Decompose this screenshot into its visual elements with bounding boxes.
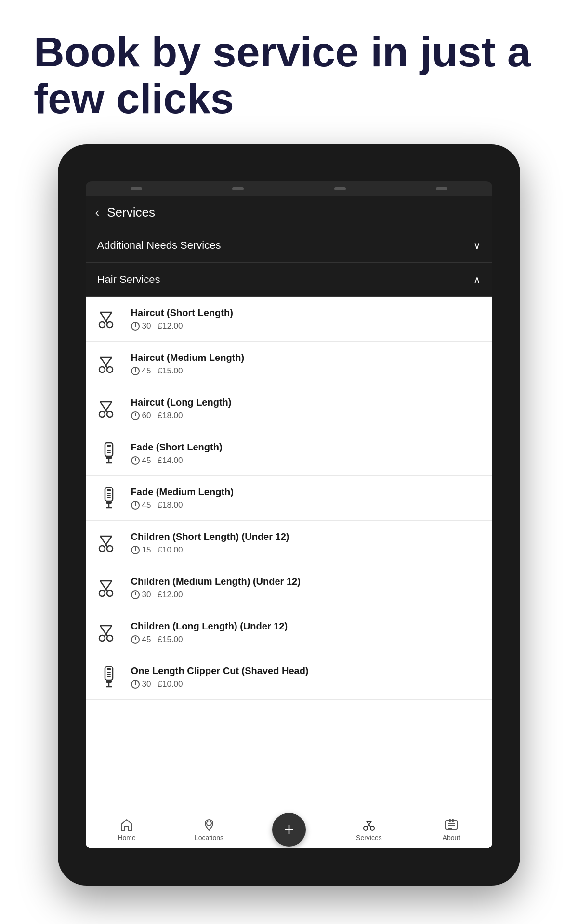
svg-point-41 <box>99 635 105 641</box>
service-info: One Length Clipper Cut (Shaved Head) 30 … <box>131 666 483 689</box>
service-info: Haircut (Medium Length) 45 £15.00 <box>131 352 483 376</box>
service-item[interactable]: Children (Medium Length) (Under 12) 30 £… <box>86 565 493 610</box>
service-meta: 15 £10.00 <box>131 545 483 555</box>
svg-line-13 <box>100 402 107 412</box>
service-name: Haircut (Long Length) <box>131 397 483 408</box>
service-price: £18.00 <box>158 500 183 510</box>
fab-plus-icon: + <box>284 821 294 838</box>
service-duration: 45 <box>131 456 151 465</box>
service-name: One Length Clipper Cut (Shaved Head) <box>131 666 483 677</box>
back-button[interactable]: ‹ <box>95 205 100 220</box>
clipper-icon <box>95 664 122 691</box>
accordion-header-additional[interactable]: Additional Needs Services ∨ <box>86 229 493 263</box>
service-item[interactable]: Haircut (Long Length) 60 £18.00 <box>86 386 493 431</box>
service-name: Children (Medium Length) (Under 12) <box>131 576 483 587</box>
page-title: Book by service in just a few clicks <box>34 29 544 122</box>
svg-rect-51 <box>106 680 112 683</box>
app-header: ‹ Services <box>86 196 493 229</box>
about-icon <box>444 818 459 832</box>
svg-rect-20 <box>106 456 112 459</box>
service-price: £18.00 <box>158 411 183 421</box>
svg-point-0 <box>99 322 105 328</box>
scissors-icon <box>95 529 122 556</box>
service-list: Haircut (Short Length) 30 £12.00 Haircut… <box>86 297 493 810</box>
service-meta: 60 £18.00 <box>131 411 483 421</box>
service-info: Haircut (Short Length) 30 £12.00 <box>131 308 483 331</box>
scissors-nav-icon <box>362 818 376 832</box>
svg-line-3 <box>100 312 107 323</box>
service-name: Fade (Short Length) <box>131 442 483 453</box>
service-name: Children (Long Length) (Under 12) <box>131 621 483 632</box>
svg-rect-64 <box>449 819 451 822</box>
service-info: Fade (Medium Length) 45 £18.00 <box>131 487 483 510</box>
location-icon <box>202 818 216 832</box>
nav-item-about[interactable]: About <box>432 818 471 842</box>
scissors-icon <box>95 306 122 333</box>
accordion-hair-services: Hair Services ∧ <box>86 263 493 297</box>
clock-icon <box>131 501 140 510</box>
svg-point-5 <box>99 367 105 372</box>
scissors-icon <box>95 350 122 377</box>
bottom-nav: Home Locations + <box>86 810 493 848</box>
clock-icon <box>131 590 140 599</box>
service-item[interactable]: Children (Short Length) (Under 12) 15 £1… <box>86 521 493 565</box>
scissors-icon <box>95 395 122 422</box>
accordion-header-hair[interactable]: Hair Services ∧ <box>86 263 493 297</box>
svg-line-34 <box>100 536 107 547</box>
svg-rect-16 <box>107 445 111 447</box>
nav-label-about: About <box>443 834 460 842</box>
service-name: Children (Short Length) (Under 12) <box>131 531 483 542</box>
service-meta: 45 £15.00 <box>131 635 483 644</box>
svg-line-44 <box>100 626 107 636</box>
scissors-icon <box>95 619 122 646</box>
service-duration: 45 <box>131 500 151 510</box>
svg-rect-24 <box>107 489 111 491</box>
clock-icon <box>131 635 140 644</box>
nav-item-locations[interactable]: Locations <box>190 818 228 842</box>
accordion-label-additional: Additional Needs Services <box>97 239 221 252</box>
svg-point-10 <box>99 411 105 417</box>
service-info: Fade (Short Length) 45 £14.00 <box>131 442 483 465</box>
top-partial-bar <box>86 181 493 196</box>
svg-point-42 <box>107 635 113 641</box>
service-item[interactable]: Haircut (Medium Length) 45 £15.00 <box>86 342 493 386</box>
service-info: Haircut (Long Length) 60 £18.00 <box>131 397 483 421</box>
svg-point-6 <box>107 367 113 372</box>
nav-item-home[interactable]: Home <box>107 818 146 842</box>
service-price: £10.00 <box>158 680 183 689</box>
service-duration: 60 <box>131 411 151 421</box>
partial-indicator <box>436 187 447 190</box>
service-item[interactable]: Fade (Medium Length) 45 £18.00 <box>86 476 493 521</box>
svg-line-39 <box>100 581 107 591</box>
service-meta: 45 £18.00 <box>131 500 483 510</box>
device-screen: ‹ Services Additional Needs Services ∨ H… <box>86 181 493 848</box>
svg-rect-49 <box>107 674 111 675</box>
service-item[interactable]: Haircut (Short Length) 30 £12.00 <box>86 297 493 342</box>
accordion-label-hair: Hair Services <box>97 273 160 286</box>
service-item[interactable]: One Length Clipper Cut (Shaved Head) 30 … <box>86 655 493 700</box>
service-price: £10.00 <box>158 545 183 555</box>
service-meta: 30 £12.00 <box>131 590 483 600</box>
service-price: £12.00 <box>158 590 183 600</box>
service-item[interactable]: Fade (Short Length) 45 £14.00 <box>86 431 493 476</box>
nav-item-services[interactable]: Services <box>350 818 388 842</box>
clipper-icon <box>95 440 122 467</box>
svg-rect-17 <box>107 449 111 449</box>
svg-point-32 <box>107 546 113 552</box>
clock-icon <box>131 546 140 554</box>
service-duration: 30 <box>131 590 151 600</box>
svg-rect-26 <box>107 495 111 496</box>
service-name: Haircut (Short Length) <box>131 308 483 319</box>
nav-label-services: Services <box>356 834 382 842</box>
svg-rect-47 <box>107 668 111 670</box>
service-info: Children (Medium Length) (Under 12) 30 £… <box>131 576 483 600</box>
service-name: Fade (Medium Length) <box>131 487 483 498</box>
service-meta: 45 £15.00 <box>131 366 483 376</box>
service-item[interactable]: Children (Long Length) (Under 12) 45 £15… <box>86 610 493 655</box>
accordion-arrow-additional: ∨ <box>473 240 481 251</box>
fab-add-button[interactable]: + <box>272 813 306 847</box>
service-duration: 45 <box>131 366 151 376</box>
svg-rect-25 <box>107 493 111 494</box>
service-info: Children (Short Length) (Under 12) 15 £1… <box>131 531 483 555</box>
svg-line-57 <box>367 821 371 827</box>
